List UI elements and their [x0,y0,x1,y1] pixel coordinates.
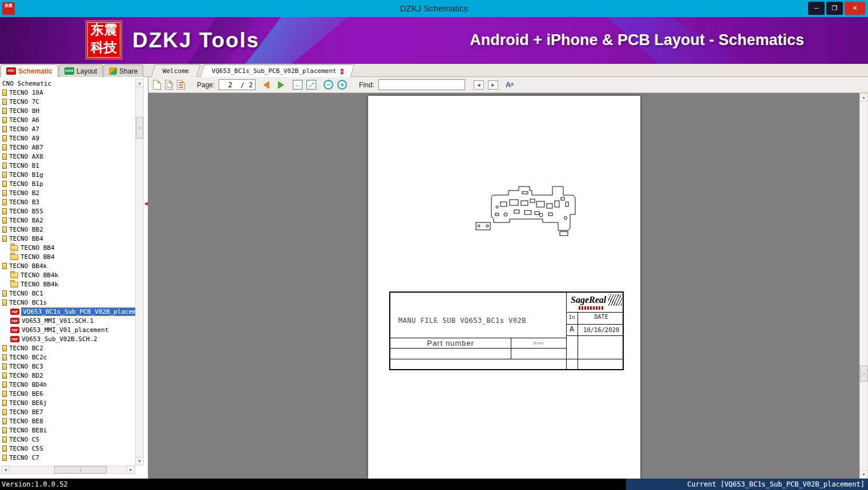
find-next-icon[interactable]: ► [488,80,498,90]
page-view-icon[interactable] [153,80,161,90]
tree-item[interactable]: TECNO 10A [0,88,135,97]
tree-item[interactable]: TECNO BB4k [0,280,135,289]
tree-item[interactable]: TECNO BC2 [0,343,135,353]
tree-item[interactable]: PDFVQ653_Sub_V02B.SCH.2 [0,334,135,343]
tree-item[interactable]: TECNO BC2c [0,353,135,362]
doc-tab-placement[interactable]: VQ653_BC1s_Sub_PCB_V02B_placement ✕ [200,64,355,77]
tree-item-label: TECNO A6 [9,116,39,124]
tab-schematic[interactable]: PDF Schematic [1,64,58,77]
page-field: / 2 [219,79,256,90]
tree-item[interactable]: TECNO A7 [0,124,135,133]
tree-item[interactable]: TECNO B2 [0,188,135,197]
tree-item[interactable]: TECNO BE6 [0,389,135,398]
tree-item[interactable]: CNO Schematic [0,79,135,88]
maximize-button[interactable]: ❐ [826,2,843,15]
tree-item[interactable]: TECNO AX8 [0,152,135,161]
match-case-icon[interactable]: Aᵃ [506,80,514,89]
scrollbar-thumb[interactable]: ≡ [54,466,107,473]
tree-item[interactable]: TECNO C5 [0,435,135,444]
scroll-up-icon[interactable]: ▲ [859,93,868,102]
tree-item[interactable]: TECNO BE8i [0,426,135,435]
tab-close-icon[interactable]: ✕ [341,69,344,74]
tree-item[interactable]: TECNO C5S [0,444,135,453]
scroll-left-icon[interactable]: ◄ [1,465,10,474]
multi-page-view-icon[interactable] [165,80,173,90]
tree-item[interactable]: TECNO BB4k [0,270,135,280]
tree-item-label: TECNO BB4 [9,235,43,242]
folder-icon [2,117,7,123]
doc-tab-welcome[interactable]: Welcome [151,64,201,77]
tree-item[interactable]: TECNO B3 [0,197,135,206]
status-bar: Version:1.0.0.52 Current [VQ653_BC1s_Sub… [0,479,868,490]
tree-item-label: TECNO BE8i [9,427,47,434]
scroll-right-icon[interactable]: ► [127,465,135,474]
tab-share[interactable]: Share [103,64,143,77]
tree-item[interactable]: TECNO BB4 [0,243,135,252]
tree-item[interactable]: TECNO B1 [0,161,135,170]
tree-item[interactable]: TECNO BB4k [0,261,135,270]
zoom-out-icon[interactable]: − [324,80,333,90]
pdf-file-icon: PDF [10,309,19,315]
scroll-down-icon[interactable]: ▼ [135,457,144,465]
fit-width-icon[interactable]: ↔ [293,80,302,90]
folder-icon [2,446,7,452]
scroll-down-icon[interactable]: ▼ [859,470,868,479]
tree-item[interactable]: TECNO BC1 [0,289,135,298]
tree-item[interactable]: TECNO BA2 [0,216,135,225]
find-input[interactable] [379,80,465,90]
tree-item[interactable]: TECNO BE7 [0,407,135,416]
viewer-vertical-scrollbar[interactable]: ▲ ≡ ▼ [859,93,868,479]
tree-item-label: TECNO 7C [9,98,39,106]
sidebar-vertical-scrollbar[interactable]: ▲ ≡ ▼ [135,79,144,465]
fit-page-icon[interactable]: ⤢ [306,80,316,90]
tree-item[interactable]: TECNO BD2 [0,371,135,380]
header-banner: 东震 科技 DZKJ Tools Android + iPhone & PCB … [0,17,868,64]
tree-item[interactable]: TECNO C7 [0,453,135,462]
tree-item[interactable]: TECNO BB4 [0,252,135,261]
find-previous-icon[interactable]: ◄ [474,80,484,90]
sidebar-horizontal-scrollbar[interactable]: ◄ ≡ ► [1,465,135,474]
tab-layout[interactable]: PADS Layout [59,64,103,77]
close-button[interactable]: ✕ [845,2,865,15]
tree-item[interactable]: PDFVQ653_MMI_V01_placement [0,325,135,334]
page-number-input[interactable] [221,81,239,89]
scrollbar-thumb[interactable]: ≡ [860,366,867,382]
find-field [378,79,465,90]
tree-item[interactable]: TECNO BD4h [0,380,135,389]
tree-item[interactable]: TECNO A9 [0,133,135,143]
tree-item[interactable]: PDFVQ653_MMI_V01.SCH.1 [0,316,135,325]
tree-item[interactable]: TECNO BC1s [0,298,135,307]
previous-page-icon[interactable] [263,81,269,89]
tree-item[interactable]: TECNO BE6j [0,398,135,407]
tree-item-label: VQ653_MMI_V01_placement [22,326,108,334]
folder-icon [10,282,18,287]
minimize-button[interactable]: ─ [808,2,825,15]
tree-item[interactable]: TECNO B1p [0,179,135,188]
page-total: / 2 [240,81,253,89]
tree-item-label: TECNO B1p [9,180,43,188]
next-page-icon[interactable] [278,81,284,89]
folder-icon [2,400,7,406]
page-layout-icon[interactable] [177,80,185,90]
tree-item[interactable]: TECNO 7C [0,97,135,106]
tree-item[interactable]: TECNO 8H [0,106,135,115]
tree-item[interactable]: TECNO BB4 [0,234,135,243]
folder-icon [2,391,7,397]
tree-item[interactable]: TECNO BB2 [0,225,135,234]
scrollbar-thumb[interactable]: ≡ [136,117,143,139]
tree-item-label: TECNO B1g [9,171,43,179]
zoom-in-icon[interactable]: + [337,80,347,90]
folder-icon [10,254,18,260]
tree-item-label: TECNO BC1 [9,290,43,297]
tree-item[interactable]: TECNO BE8 [0,416,135,426]
tree-item[interactable]: PDFVQ653_BC1s_Sub_PCB_V02B_placement [0,307,135,316]
folder-icon [2,354,7,361]
tree-item[interactable]: TECNO BC3 [0,362,135,371]
tree-item[interactable]: TECNO AB7 [0,143,135,152]
tree-item[interactable]: TECNO B1g [0,170,135,179]
tree-item[interactable]: TECNO A6 [0,115,135,124]
scroll-up-icon[interactable]: ▲ [135,79,144,87]
version-text: Version:1.0.0.52 [0,479,626,490]
tree-item-label: TECNO C5S [9,445,43,452]
tree-item[interactable]: TECNO B5S [0,206,135,216]
